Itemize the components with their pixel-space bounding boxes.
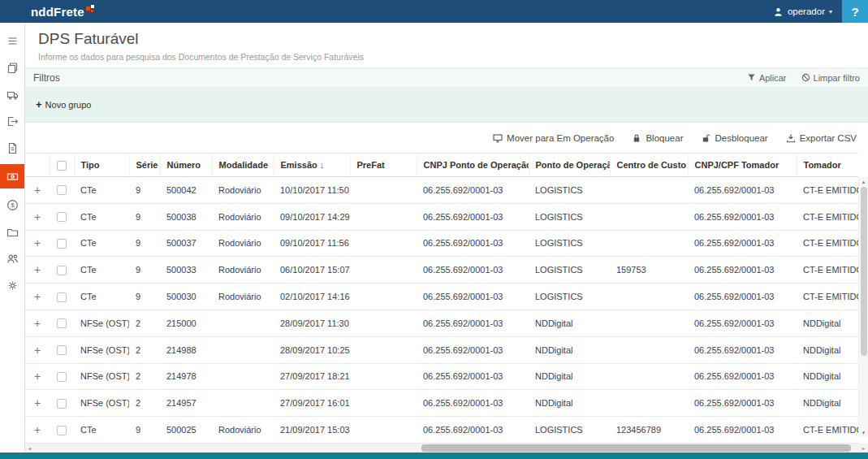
table-cell: NFSe (OST) bbox=[74, 336, 129, 363]
user-menu[interactable]: operador ▾ bbox=[763, 0, 842, 23]
table-cell: 500038 bbox=[160, 203, 212, 230]
table-cell: 10/10/2017 11:50 bbox=[274, 177, 350, 204]
sidebar-item-users[interactable] bbox=[0, 248, 24, 269]
row-checkbox[interactable] bbox=[57, 185, 67, 195]
table-cell: 500030 bbox=[160, 284, 212, 310]
vertical-scrollbar[interactable]: ▲ ▼ bbox=[858, 177, 868, 437]
table-row[interactable]: +CTe9500025Rodoviário21/09/2017 15:0306.… bbox=[25, 417, 858, 444]
checkbox-cell bbox=[50, 230, 74, 257]
column-header[interactable]: Emissão ↓ bbox=[274, 154, 350, 177]
row-checkbox[interactable] bbox=[57, 399, 67, 409]
column-header[interactable]: CNPJ Ponto de Operação bbox=[417, 154, 529, 177]
table-row[interactable]: +NFSe (OST)221498828/09/2017 10:2506.255… bbox=[25, 336, 858, 363]
column-header[interactable]: PreFat bbox=[350, 154, 417, 177]
scroll-down-icon[interactable]: ▼ bbox=[859, 428, 868, 437]
expand-row-icon[interactable]: + bbox=[34, 236, 41, 249]
scroll-left-icon[interactable]: ◂ bbox=[25, 445, 34, 451]
expand-row-icon[interactable]: + bbox=[34, 344, 41, 357]
row-checkbox[interactable] bbox=[57, 292, 67, 302]
row-checkbox[interactable] bbox=[57, 318, 67, 328]
apply-filter-button[interactable]: Aplicar bbox=[747, 73, 787, 83]
scroll-up-icon[interactable]: ▲ bbox=[859, 177, 868, 186]
expand-row-icon[interactable]: + bbox=[34, 184, 41, 197]
column-header[interactable]: Série bbox=[129, 154, 160, 177]
table-cell bbox=[212, 390, 274, 417]
expand-cell: + bbox=[25, 363, 50, 390]
row-checkbox[interactable] bbox=[57, 212, 67, 222]
column-header[interactable]: Centro de Custo bbox=[610, 154, 688, 177]
table-cell bbox=[212, 310, 274, 336]
download-icon bbox=[786, 133, 796, 143]
row-checkbox[interactable] bbox=[57, 266, 67, 275]
table-cell: 123456789 bbox=[610, 417, 688, 444]
help-button[interactable]: ? bbox=[842, 0, 868, 23]
sidebar-item-menu[interactable] bbox=[0, 30, 24, 51]
column-header[interactable]: Número bbox=[160, 154, 212, 177]
column-header[interactable]: Tomador bbox=[797, 154, 858, 177]
table-row[interactable]: +CTe9500042Rodoviário10/10/2017 11:5006.… bbox=[25, 177, 858, 204]
column-header[interactable]: Modalidade bbox=[212, 154, 274, 177]
table-row[interactable]: +NFSe (OST)221497827/09/2017 18:2106.255… bbox=[25, 363, 858, 390]
expand-cell: + bbox=[25, 390, 50, 417]
sidebar-item-copy[interactable] bbox=[0, 57, 24, 78]
sidebar-item-folders[interactable] bbox=[0, 221, 24, 242]
column-header[interactable]: CNPJ/CPF Tomador bbox=[688, 154, 797, 177]
expand-row-icon[interactable]: + bbox=[34, 370, 41, 383]
new-group-button[interactable]: + Novo grupo bbox=[36, 98, 91, 110]
table-row[interactable]: +CTe9500033Rodoviário06/10/2017 15:0706.… bbox=[25, 257, 858, 284]
table-cell: 21/09/2017 15:03 bbox=[274, 417, 350, 444]
table-cell bbox=[610, 230, 688, 257]
table-row[interactable]: +NFSe (OST)221495727/09/2017 16:0106.255… bbox=[25, 390, 858, 417]
row-checkbox[interactable] bbox=[57, 239, 67, 249]
expand-row-icon[interactable]: + bbox=[34, 396, 41, 409]
horizontal-scrollbar[interactable]: ◂ ▸ bbox=[25, 444, 868, 453]
table-cell bbox=[350, 230, 417, 257]
table-cell bbox=[610, 363, 688, 390]
table-cell: 06.255.692/0001-03 bbox=[417, 284, 529, 310]
table-row[interactable]: +NFSe (OST)221500028/09/2017 11:3006.255… bbox=[25, 310, 858, 336]
horizontal-scrollbar-thumb[interactable] bbox=[421, 444, 851, 452]
table-row[interactable]: +CTe9500037Rodoviário09/10/2017 11:5606.… bbox=[25, 230, 858, 257]
column-header[interactable]: Tipo bbox=[74, 154, 129, 177]
sidebar: $ bbox=[0, 23, 25, 453]
table-row[interactable]: +CTe9500038Rodoviário09/10/2017 14:2906.… bbox=[25, 203, 858, 230]
sidebar-item-billing-active[interactable] bbox=[0, 164, 24, 188]
table-cell bbox=[350, 310, 417, 336]
table-cell: Rodoviário bbox=[212, 230, 274, 257]
move-to-operation-button[interactable]: Mover para Em Operação bbox=[493, 133, 614, 143]
table-cell: LOGISTICS bbox=[529, 257, 610, 284]
row-checkbox[interactable] bbox=[57, 372, 67, 382]
expand-row-icon[interactable]: + bbox=[34, 263, 41, 276]
table-row[interactable]: +CTe9500030Rodoviário02/10/2017 14:1606.… bbox=[25, 284, 858, 310]
table-cell: 06.255.692/0001-03 bbox=[417, 336, 529, 363]
expand-row-icon[interactable]: + bbox=[34, 290, 41, 303]
expand-row-icon[interactable]: + bbox=[34, 210, 41, 223]
sidebar-item-financial[interactable]: $ bbox=[0, 194, 24, 215]
table-cell: NFSe (OST) bbox=[74, 363, 129, 390]
scroll-right-icon[interactable]: ▸ bbox=[859, 445, 868, 451]
row-checkbox[interactable] bbox=[57, 426, 67, 435]
block-button[interactable]: Bloquear bbox=[632, 133, 683, 143]
brand-logo[interactable]: nddFrete bbox=[31, 5, 96, 19]
select-all-checkbox[interactable] bbox=[57, 161, 67, 171]
sidebar-item-settings[interactable] bbox=[0, 275, 24, 296]
dps-table: TipoSérieNúmeroModalidadeEmissão ↓PreFat… bbox=[25, 153, 858, 444]
clear-filter-button[interactable]: Limpar filtro bbox=[801, 73, 860, 83]
checkbox-cell bbox=[50, 310, 74, 336]
unblock-button[interactable]: Desbloquear bbox=[701, 133, 767, 143]
sidebar-item-transport[interactable] bbox=[0, 84, 24, 105]
row-checkbox[interactable] bbox=[57, 345, 67, 355]
table-cell bbox=[212, 336, 274, 363]
table-cell: 215000 bbox=[160, 310, 212, 336]
table-cell: CTe bbox=[74, 203, 129, 230]
export-csv-button[interactable]: Exportar CSV bbox=[786, 133, 857, 143]
column-header[interactable]: Ponto de Operação bbox=[529, 154, 610, 177]
table-cell: 28/09/2017 10:25 bbox=[274, 336, 350, 363]
expand-row-icon[interactable]: + bbox=[34, 423, 41, 436]
sidebar-item-documents[interactable] bbox=[0, 137, 24, 158]
table-cell bbox=[610, 390, 688, 417]
vertical-scrollbar-thumb[interactable] bbox=[861, 187, 867, 356]
sidebar-item-export[interactable] bbox=[0, 110, 24, 132]
filters-label: Filtros bbox=[33, 72, 60, 84]
expand-row-icon[interactable]: + bbox=[34, 317, 41, 330]
